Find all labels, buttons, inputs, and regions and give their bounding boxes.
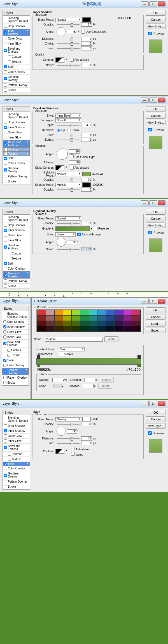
minimize-button[interactable]: — (141, 98, 149, 103)
opacity-slider[interactable] (57, 424, 80, 425)
minimize-button[interactable]: — (141, 1, 149, 6)
preset-swatch[interactable] (80, 326, 89, 331)
size-slider[interactable] (57, 48, 80, 49)
altitude-input[interactable] (69, 160, 80, 165)
chk[interactable] (8, 55, 11, 58)
preset-swatch[interactable] (89, 316, 97, 321)
depth-slider[interactable] (57, 125, 80, 126)
angle-input[interactable] (69, 149, 80, 154)
gradient-bar[interactable] (36, 358, 141, 365)
global-light-chk[interactable] (70, 154, 74, 158)
size-input[interactable] (81, 46, 92, 50)
size-slider[interactable] (57, 443, 80, 444)
highlight-mode[interactable]: Normal (55, 172, 81, 176)
chk[interactable] (4, 70, 7, 73)
preset-swatch[interactable] (123, 316, 132, 321)
preview-chk[interactable] (148, 128, 152, 131)
preset-swatch[interactable] (97, 326, 106, 331)
angle-dial[interactable] (57, 238, 66, 247)
maximize-button[interactable]: ☐ (149, 299, 157, 304)
style-drop-shadow[interactable]: Drop Shadow (3, 120, 30, 125)
distance-input[interactable] (81, 436, 92, 441)
choke-input[interactable] (81, 41, 92, 46)
cancel-button[interactable]: Cancel (146, 416, 165, 422)
color-stop[interactable] (37, 364, 40, 367)
blend-mode-select[interactable]: Normal (55, 216, 81, 221)
close-button[interactable]: ✕ (158, 299, 165, 304)
dir-up[interactable] (57, 129, 60, 132)
size-slider[interactable] (57, 135, 80, 135)
preset-swatch[interactable] (46, 321, 54, 326)
ok-button[interactable]: OK (146, 106, 165, 112)
distance-input[interactable] (81, 37, 92, 41)
preset-swatch[interactable] (72, 321, 80, 326)
close-button[interactable]: ✕ (158, 200, 165, 205)
minimize-button[interactable]: — (141, 299, 149, 304)
size-input[interactable] (81, 441, 92, 445)
color-swatch[interactable] (82, 417, 91, 421)
antialias-chk[interactable] (71, 447, 75, 450)
style-bevel[interactable]: Bevel and Emboss (3, 46, 30, 54)
style-gradient-overlay[interactable]: Gradient Overlay (3, 271, 30, 279)
invert-chk[interactable] (71, 452, 75, 456)
angle-dial[interactable] (57, 27, 66, 36)
name-input[interactable] (45, 337, 103, 342)
preset-swatch[interactable] (89, 310, 97, 315)
preset-swatch[interactable] (63, 321, 71, 326)
preset-swatch[interactable] (115, 310, 123, 315)
global-light-chk[interactable] (81, 30, 85, 34)
h-opacity-input[interactable] (81, 178, 92, 182)
close-button[interactable]: ✕ (158, 401, 165, 406)
new-style-button[interactable]: New Style... (146, 24, 165, 29)
gradtype-select[interactable]: Solid (59, 347, 85, 351)
preset-swatch[interactable] (106, 321, 115, 326)
preset-swatch[interactable] (89, 326, 97, 331)
new-style-button[interactable]: New Style... (146, 223, 165, 228)
blend-mode-select[interactable]: Normal (55, 18, 81, 22)
antialias-chk[interactable] (70, 58, 74, 62)
preset-swatch[interactable] (80, 310, 89, 315)
size-input[interactable] (81, 133, 92, 137)
align-chk[interactable] (77, 233, 81, 236)
smoothness-input[interactable] (59, 352, 69, 356)
contour-picker[interactable] (55, 57, 64, 62)
contour-picker[interactable] (55, 449, 64, 454)
style-drop-shadow[interactable]: Drop Shadow (3, 24, 30, 29)
load-button[interactable]: Load... (146, 321, 165, 326)
shadow-color[interactable] (82, 182, 91, 187)
cancel-button[interactable]: Cancel (146, 17, 165, 22)
angle-input[interactable] (67, 240, 77, 244)
style-inner-glow[interactable]: Inner Glow (3, 41, 30, 46)
gloss-contour[interactable] (55, 165, 64, 170)
titlebar[interactable]: Layer Style PS教程论坛 — ☐ ✕ (0, 0, 168, 8)
preset-swatch[interactable] (63, 310, 71, 315)
cancel-button[interactable]: Cancel (146, 113, 165, 119)
preview-chk[interactable] (148, 431, 152, 435)
soften-slider[interactable] (57, 140, 80, 140)
chk[interactable] (4, 42, 7, 45)
save-button[interactable]: Save... (146, 328, 165, 333)
preset-swatch[interactable] (46, 326, 54, 331)
depth-input[interactable] (81, 123, 92, 127)
distance-slider[interactable] (57, 39, 80, 39)
preset-swatch[interactable] (115, 326, 123, 331)
color-swatch[interactable] (82, 17, 91, 22)
s-opacity-slider[interactable] (57, 189, 80, 190)
preset-swatch[interactable] (106, 326, 115, 331)
new-style-button[interactable]: New Style... (146, 120, 165, 125)
opacity-input[interactable] (81, 422, 92, 426)
preset-swatch[interactable] (132, 316, 140, 321)
scale-slider[interactable] (57, 249, 80, 250)
style-satin[interactable]: Satin (3, 462, 30, 466)
preset-swatch[interactable] (46, 316, 54, 321)
style-pattern-overlay[interactable]: Pattern Overlay (3, 83, 30, 88)
preset-swatch[interactable] (80, 321, 89, 326)
preset-swatch[interactable] (37, 326, 46, 331)
preset-swatch[interactable] (97, 310, 106, 315)
close-button[interactable]: ✕ (158, 98, 165, 103)
blending-options[interactable]: Blending Options: Default (3, 112, 30, 120)
preset-swatch[interactable] (115, 316, 123, 321)
opacity-stop[interactable] (37, 355, 40, 359)
titlebar[interactable]: Layer Style—☐✕ (0, 199, 168, 207)
blending-options[interactable]: Blending Options: Default (3, 16, 30, 24)
